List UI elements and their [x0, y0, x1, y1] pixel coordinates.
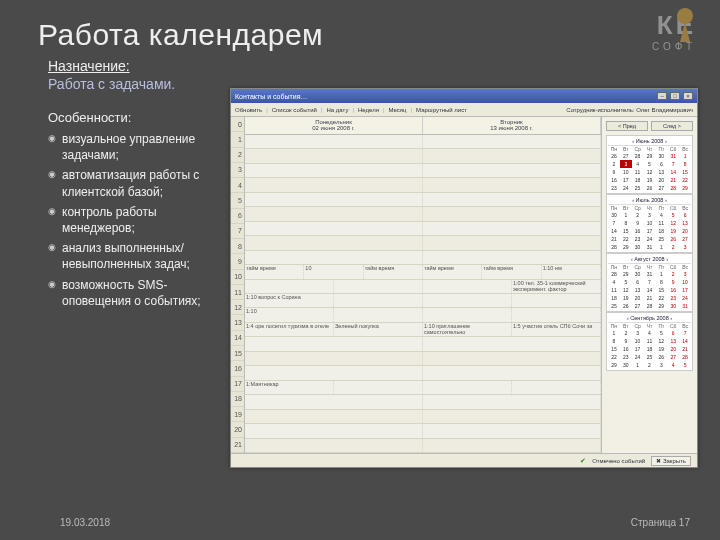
toolbar-week[interactable]: Неделя — [358, 107, 379, 113]
month-title[interactable]: ‹ Сентябрь 2008 › — [608, 314, 691, 323]
calendar-day[interactable]: 5 — [655, 329, 667, 337]
prev-button[interactable]: < Пред — [606, 121, 648, 131]
calendar-day[interactable]: 13 — [679, 219, 691, 227]
calendar-day[interactable]: 12 — [655, 337, 667, 345]
day-header[interactable]: Понедельник02 июня 2008 г. — [245, 117, 423, 134]
calendar-day[interactable]: 15 — [655, 286, 667, 294]
time-cell[interactable] — [423, 352, 601, 365]
time-cell[interactable] — [245, 410, 423, 423]
time-cell[interactable] — [245, 193, 423, 206]
event-item[interactable] — [423, 308, 512, 321]
next-button[interactable]: След > — [651, 121, 693, 131]
calendar-day[interactable]: 4 — [632, 160, 644, 168]
calendar-day[interactable]: 29 — [620, 270, 632, 278]
time-row[interactable] — [245, 178, 601, 192]
time-row[interactable]: 1:4 оре посетил туризма в отелеЗеленый п… — [245, 323, 601, 337]
event-item[interactable]: тайм время — [364, 265, 423, 278]
event-item[interactable] — [423, 280, 512, 293]
calendar-day[interactable]: 4 — [608, 278, 620, 286]
calendar-day[interactable]: 10 — [632, 337, 644, 345]
event-item[interactable] — [334, 308, 423, 321]
time-cell[interactable] — [245, 424, 423, 437]
calendar-day[interactable]: 30 — [655, 152, 667, 160]
event-item[interactable]: тайм время — [482, 265, 541, 278]
calendar-day[interactable]: 11 — [632, 168, 644, 176]
calendar-day[interactable]: 2 — [632, 211, 644, 219]
event-item[interactable]: тайм время — [245, 265, 304, 278]
time-cell[interactable] — [423, 439, 601, 452]
calendar-day[interactable]: 1 — [655, 270, 667, 278]
time-cell[interactable] — [245, 439, 423, 452]
calendar-day[interactable]: 31 — [644, 270, 656, 278]
calendar-day[interactable]: 22 — [679, 176, 691, 184]
calendar-day[interactable]: 22 — [655, 294, 667, 302]
calendar-day[interactable]: 9 — [608, 168, 620, 176]
calendar-day[interactable]: 2 — [667, 270, 679, 278]
calendar-day[interactable]: 3 — [620, 160, 632, 168]
time-cell[interactable] — [423, 193, 601, 206]
calendar-day[interactable]: 28 — [632, 152, 644, 160]
calendar-day[interactable]: 29 — [655, 302, 667, 310]
toolbar-month[interactable]: Месяц — [388, 107, 406, 113]
calendar-day[interactable]: 30 — [632, 270, 644, 278]
close-icon[interactable]: × — [683, 92, 693, 100]
calendar-day[interactable]: 18 — [655, 227, 667, 235]
calendar-day[interactable]: 26 — [655, 353, 667, 361]
calendar-day[interactable]: 27 — [620, 152, 632, 160]
calendar-day[interactable]: 18 — [608, 294, 620, 302]
calendar-day[interactable]: 12 — [620, 286, 632, 294]
calendar-day[interactable]: 6 — [632, 278, 644, 286]
minimize-icon[interactable]: – — [657, 92, 667, 100]
calendar-day[interactable]: 7 — [644, 278, 656, 286]
calendar-day[interactable]: 24 — [620, 184, 632, 192]
time-row[interactable] — [245, 352, 601, 366]
calendar-day[interactable]: 9 — [632, 219, 644, 227]
time-row[interactable] — [245, 193, 601, 207]
month-title[interactable]: ‹ Август 2008 › — [608, 255, 691, 264]
mini-calendar[interactable]: ‹ Июнь 2008 ›ПнВтСрЧтПтСбВс2627282930311… — [606, 135, 693, 194]
calendar-day[interactable]: 24 — [632, 353, 644, 361]
calendar-day[interactable]: 31 — [679, 302, 691, 310]
time-cell[interactable] — [423, 135, 601, 148]
calendar-day[interactable]: 19 — [667, 227, 679, 235]
calendar-day[interactable]: 18 — [632, 176, 644, 184]
event-item[interactable] — [423, 381, 512, 394]
calendar-day[interactable]: 19 — [644, 176, 656, 184]
calendar-day[interactable]: 14 — [679, 337, 691, 345]
month-title[interactable]: ‹ Июнь 2008 › — [608, 137, 691, 146]
calendar-day[interactable]: 28 — [608, 270, 620, 278]
time-row[interactable] — [245, 164, 601, 178]
calendar-day[interactable]: 27 — [655, 184, 667, 192]
calendar-day[interactable]: 3 — [632, 329, 644, 337]
time-cell[interactable] — [245, 236, 423, 249]
event-item[interactable]: 10 — [304, 265, 363, 278]
calendar-day[interactable]: 9 — [667, 278, 679, 286]
time-row[interactable] — [245, 424, 601, 438]
time-cell[interactable] — [423, 178, 601, 191]
time-cell[interactable] — [245, 222, 423, 235]
calendar-day[interactable]: 1 — [679, 152, 691, 160]
time-row[interactable] — [245, 410, 601, 424]
calendar-day[interactable]: 14 — [608, 227, 620, 235]
time-cell[interactable] — [423, 251, 601, 264]
time-row[interactable] — [245, 337, 601, 351]
calendar-day[interactable]: 24 — [679, 294, 691, 302]
calendar-day[interactable]: 20 — [667, 345, 679, 353]
calendar-day[interactable]: 31 — [667, 152, 679, 160]
time-cell[interactable] — [423, 164, 601, 177]
toolbar-user-filter[interactable]: Сотрудник-исполнитель: Олег Владимирович — [566, 107, 693, 113]
event-item[interactable]: 1:Маятникар — [245, 381, 334, 394]
calendar-day[interactable]: 21 — [679, 345, 691, 353]
time-row[interactable]: тайм время10тайм времятайм времятайм вре… — [245, 265, 601, 279]
calendar-day[interactable]: 22 — [608, 353, 620, 361]
calendar-day[interactable]: 20 — [632, 294, 644, 302]
time-cell[interactable] — [423, 149, 601, 162]
calendar-day[interactable]: 4 — [655, 211, 667, 219]
time-row[interactable] — [245, 135, 601, 149]
time-cell[interactable] — [423, 207, 601, 220]
calendar-day[interactable]: 20 — [655, 176, 667, 184]
time-cell[interactable] — [245, 395, 423, 408]
toolbar-events-list[interactable]: Список событий — [272, 107, 317, 113]
calendar-day[interactable]: 5 — [644, 160, 656, 168]
calendar-day[interactable]: 15 — [620, 227, 632, 235]
